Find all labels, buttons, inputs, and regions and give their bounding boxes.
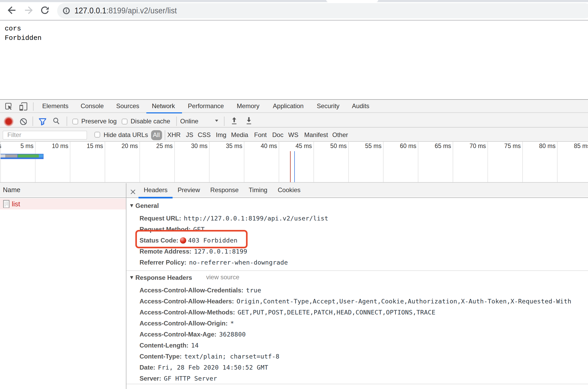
back-button[interactable]: [4, 3, 19, 18]
view-source-link[interactable]: view source: [206, 272, 239, 283]
type-filter-all[interactable]: All: [151, 130, 162, 140]
response-headers-triangle-icon: [130, 276, 133, 279]
type-filter-js[interactable]: JS: [186, 130, 193, 140]
detail-tab-cookies[interactable]: Cookies: [278, 183, 301, 197]
hide-data-urls-checkbox[interactable]: [94, 132, 100, 138]
header-row-server: Server: GF HTTP Server: [140, 373, 217, 384]
detail-tab-headers[interactable]: Headers: [144, 183, 168, 197]
header-value: 3628800: [219, 330, 246, 338]
header-value: 127.0.0.1:8199: [194, 248, 247, 255]
tabbar-separator: [33, 102, 33, 111]
header-value: http://127.0.0.1:8199/api.v2/user/list: [184, 215, 328, 222]
header-label: Request Method:: [140, 226, 191, 233]
tick-85ms: 85 ms: [574, 143, 588, 149]
type-filter-doc[interactable]: Doc: [272, 130, 284, 140]
close-icon[interactable]: [130, 188, 136, 193]
header-label: Access-Control-Allow-Credentials:: [140, 286, 243, 294]
header-label: Request URL:: [140, 215, 181, 222]
general-section-header[interactable]: General: [130, 200, 159, 212]
url-bar[interactable]: 127.0.0.1:8199/api.v2/user/list: [57, 3, 588, 18]
header-value: no-referrer-when-downgrade: [189, 259, 288, 266]
header-row-acam: Access-Control-Allow-Methods: GET,PUT,PO…: [140, 307, 435, 318]
detail-active-tab-underline: [139, 197, 173, 198]
chevron-down-icon[interactable]: [215, 120, 218, 122]
type-filter-media[interactable]: Media: [231, 130, 248, 140]
preserve-log-label[interactable]: Preserve log: [81, 118, 117, 125]
tab-elements[interactable]: Elements: [42, 100, 68, 113]
header-label: Remote Address:: [140, 248, 191, 255]
preserve-log-checkbox[interactable]: [72, 118, 78, 124]
type-filter-manifest[interactable]: Manifest: [304, 130, 328, 140]
disable-cache-checkbox[interactable]: [122, 118, 127, 124]
type-filter-font[interactable]: Font: [254, 130, 267, 140]
overview-seg-waiting: [18, 154, 39, 157]
tick-60ms: 60 ms: [400, 143, 416, 149]
clear-icon[interactable]: [20, 118, 27, 125]
request-name: list: [12, 200, 20, 208]
tab-console[interactable]: Console: [81, 100, 104, 113]
throttling-select[interactable]: Online: [180, 118, 198, 125]
header-label: Access-Control-Allow-Origin:: [140, 319, 228, 327]
request-row-list[interactable]: list: [0, 198, 126, 209]
reload-button[interactable]: [38, 3, 52, 18]
export-har-icon[interactable]: [245, 117, 252, 125]
header-row-remote-address: Remote Address: 127.0.0.1:8199: [140, 246, 247, 257]
header-label: Access-Control-Allow-Headers:: [140, 297, 234, 305]
header-value: Origin,Content-Type,Accept,User-Agent,Co…: [237, 297, 571, 305]
name-column-header[interactable]: Name: [0, 183, 126, 197]
tab-performance[interactable]: Performance: [188, 100, 224, 113]
type-filter-other[interactable]: Other: [332, 130, 348, 140]
tick-15ms: 15 ms: [87, 143, 103, 149]
tick-55ms: 55 ms: [365, 143, 382, 149]
filter-separator: [165, 130, 165, 140]
filter-icon[interactable]: [39, 118, 46, 125]
device-toolbar-icon[interactable]: [19, 102, 28, 111]
detail-tab-response[interactable]: Response: [210, 183, 239, 197]
info-icon[interactable]: [63, 7, 70, 14]
tab-security[interactable]: Security: [317, 100, 340, 113]
header-row-request-url: Request URL: http://127.0.0.1:8199/api.v…: [140, 213, 328, 224]
section-divider: [126, 270, 588, 271]
toolbar-separator-3: [176, 117, 177, 126]
name-column-label: Name: [3, 183, 20, 197]
import-har-icon[interactable]: [231, 117, 238, 125]
url-path: :8199/api.v2/user/list: [106, 6, 177, 15]
filter-input[interactable]: [3, 130, 87, 139]
tab-application[interactable]: Application: [273, 100, 303, 113]
inspect-element-icon[interactable]: [5, 103, 12, 110]
tab-network[interactable]: Network: [152, 100, 175, 113]
overview-seg-stalled: [5, 154, 17, 157]
header-row-status-code: Status Code: 403 Forbidden: [140, 235, 238, 246]
active-tab[interactable]: [326, 0, 378, 2]
header-row-acao: Access-Control-Allow-Origin: *: [140, 318, 234, 329]
type-filter-ws[interactable]: WS: [288, 130, 298, 140]
url-host: 127.0.0.1: [74, 6, 106, 15]
hide-data-urls-label[interactable]: Hide data URLs: [104, 130, 148, 140]
url-text: 127.0.0.1:8199/api.v2/user/list: [74, 6, 177, 15]
response-headers-section-header[interactable]: Response Headers: [130, 272, 192, 283]
tick-80ms: 80 ms: [539, 143, 556, 149]
disable-cache-label[interactable]: Disable cache: [131, 118, 170, 125]
status-error-dot: [180, 237, 186, 244]
type-filter-css[interactable]: CSS: [198, 130, 211, 140]
detail-tab-timing[interactable]: Timing: [249, 183, 267, 197]
network-main: Name list: [0, 183, 588, 389]
detail-tab-preview[interactable]: Preview: [178, 183, 200, 197]
network-overview[interactable]: 0 ms 5 ms 10 ms 15 ms 20 ms 25 ms 30 ms …: [0, 141, 588, 183]
record-icon[interactable]: [3, 116, 14, 127]
tab-audits[interactable]: Audits: [352, 100, 370, 113]
tick-40ms: 40 ms: [261, 143, 277, 149]
header-row-date: Date: Fri, 28 Feb 2020 14:50:52 GMT: [140, 362, 268, 373]
header-label: Status Code:: [140, 237, 178, 244]
type-filter-img[interactable]: Img: [216, 130, 226, 140]
search-icon[interactable]: [53, 117, 60, 124]
response-headers-section-title: Response Headers: [135, 274, 192, 281]
type-filter-xhr[interactable]: XHR: [167, 130, 181, 140]
header-value: GET,PUT,POST,DELETE,PATCH,HEAD,CONNECT,O…: [238, 308, 435, 316]
tab-sources[interactable]: Sources: [116, 100, 139, 113]
forward-button[interactable]: [21, 3, 36, 18]
overview-seg-download: [39, 154, 43, 157]
reload-icon: [40, 6, 49, 16]
tab-memory[interactable]: Memory: [237, 100, 260, 113]
headers-pane: General Request URL: http://127.0.0.1:81…: [126, 198, 588, 389]
